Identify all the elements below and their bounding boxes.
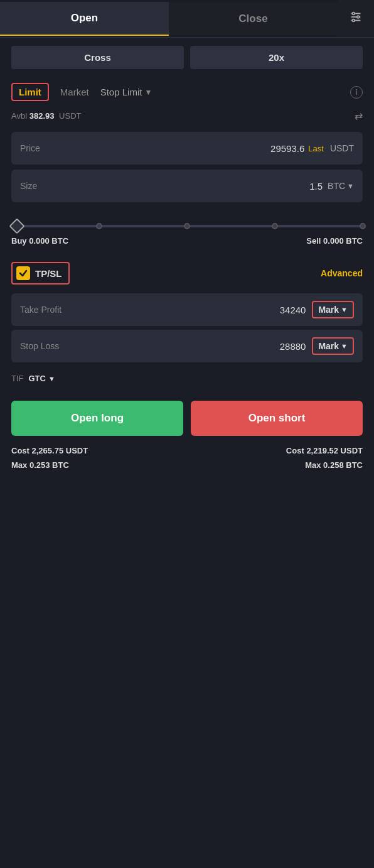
available-balance-row: Avbl 382.93 USDT ⇄ (0, 106, 374, 127)
short-max: Max 0.258 BTC (305, 460, 363, 470)
stop-loss-label: Stop Loss (20, 341, 89, 351)
price-tag: Last (308, 144, 324, 153)
price-label: Price (20, 143, 64, 153)
cost-row: Cost 2,265.75 USDT Cost 2,219.52 USDT (0, 443, 374, 458)
margin-row: Cross 20x (0, 38, 374, 77)
tif-arrow-icon: ▼ (48, 375, 55, 382)
transfer-icon[interactable]: ⇄ (355, 110, 363, 122)
tif-dropdown[interactable]: GTC ▼ (29, 374, 55, 383)
price-input-row[interactable]: Price 29593.6 Last USDT (11, 132, 363, 165)
sell-qty-label: Sell 0.000 BTC (306, 236, 363, 246)
long-cost: Cost 2,265.75 USDT (11, 446, 88, 455)
leverage-slider-section: Buy 0.000 BTC Sell 0.000 BTC (0, 207, 374, 256)
advanced-link[interactable]: Advanced (321, 268, 363, 278)
tif-row: TIF GTC ▼ (0, 366, 374, 388)
take-profit-label: Take Profit (20, 305, 89, 315)
available-label: Avbl 382.93 USDT (11, 111, 81, 121)
settings-icon[interactable] (338, 0, 374, 37)
stop-loss-arrow-icon: ▼ (341, 342, 348, 350)
short-cost: Cost 2,219.52 USDT (286, 446, 363, 455)
slider-track[interactable] (11, 225, 363, 227)
svg-point-4 (357, 16, 360, 18)
size-label: Size (20, 181, 64, 191)
margin-type-button[interactable]: Cross (11, 46, 184, 69)
stop-loss-mark-dropdown[interactable]: Mark ▼ (312, 337, 354, 355)
tpsl-checkbox-group[interactable]: TP/SL (11, 262, 70, 285)
svg-point-3 (353, 13, 355, 15)
stop-loss-row[interactable]: Stop Loss 28880 Mark ▼ (11, 330, 363, 362)
tab-open[interactable]: Open (0, 2, 169, 36)
slider-dot-75 (272, 223, 278, 229)
leverage-button[interactable]: 20x (190, 46, 363, 69)
tpsl-label: TP/SL (35, 268, 62, 279)
max-row: Max 0.253 BTC Max 0.258 BTC (0, 458, 374, 482)
size-currency-dropdown[interactable]: BTC ▼ (328, 181, 354, 191)
tif-label: TIF (11, 374, 24, 383)
tpsl-checkbox[interactable] (16, 266, 30, 280)
open-long-button[interactable]: Open long (11, 401, 183, 436)
take-profit-value[interactable]: 34240 (89, 305, 306, 315)
order-type-market[interactable]: Market (60, 87, 89, 97)
size-value[interactable]: 1.5 (64, 181, 323, 192)
order-type-stop-limit[interactable]: Stop Limit ▼ (100, 87, 152, 97)
order-type-limit[interactable]: Limit (11, 83, 49, 101)
info-icon[interactable]: i (350, 86, 363, 99)
take-profit-arrow-icon: ▼ (341, 306, 348, 313)
tpsl-row: TP/SL Advanced (0, 256, 374, 290)
price-currency: USDT (330, 143, 354, 153)
price-value[interactable]: 29593.6 (64, 143, 304, 154)
size-input-row[interactable]: Size 1.5 BTC ▼ (11, 170, 363, 202)
svg-point-5 (353, 19, 355, 22)
stop-limit-arrow-icon: ▼ (144, 88, 152, 97)
long-max: Max 0.253 BTC (11, 460, 69, 470)
take-profit-row[interactable]: Take Profit 34240 Mark ▼ (11, 293, 363, 326)
slider-dot-50 (184, 223, 190, 229)
stop-loss-value[interactable]: 28880 (89, 341, 306, 352)
order-type-row: Limit Market Stop Limit ▼ i (0, 77, 374, 106)
size-dropdown-arrow-icon: ▼ (347, 182, 354, 190)
action-buttons-row: Open long Open short (0, 388, 374, 443)
tab-close[interactable]: Close (169, 3, 338, 35)
slider-dot-100 (360, 223, 366, 229)
buy-sell-qty-row: Buy 0.000 BTC Sell 0.000 BTC (11, 234, 363, 252)
order-tabs: Open Close (0, 0, 374, 38)
open-short-button[interactable]: Open short (191, 401, 363, 436)
buy-qty-label: Buy 0.000 BTC (11, 236, 68, 246)
take-profit-mark-dropdown[interactable]: Mark ▼ (312, 301, 354, 318)
slider-thumb[interactable] (9, 218, 24, 234)
slider-dot-25 (96, 223, 102, 229)
